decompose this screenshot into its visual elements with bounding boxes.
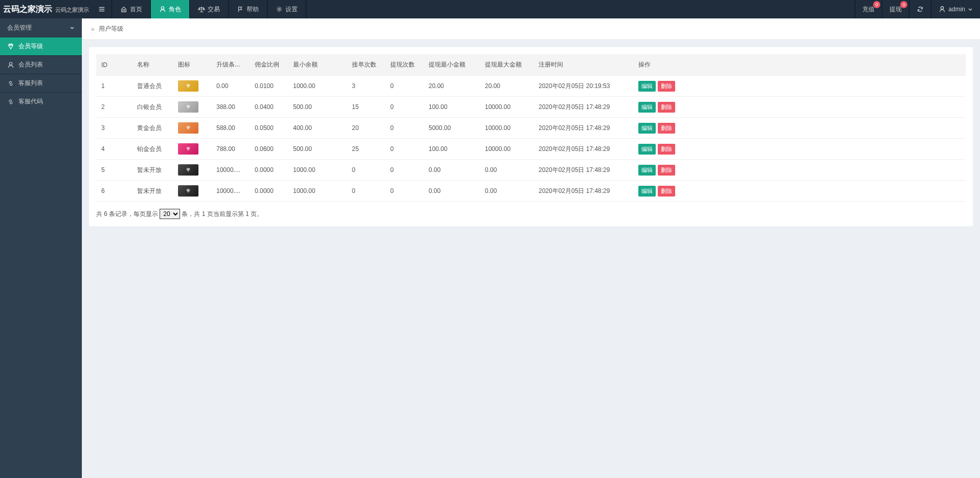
cell-orders: 3	[347, 76, 385, 97]
nav-item-scale[interactable]: 交易	[190, 0, 229, 18]
breadcrumb-icon: »	[91, 26, 95, 33]
cell-name: 白银会员	[132, 97, 173, 118]
flag-icon	[237, 6, 244, 13]
edit-button[interactable]: 编辑	[638, 81, 656, 92]
sidebar-item-2[interactable]: 客服列表	[0, 74, 82, 92]
withdraw-button[interactable]: 提现 0	[882, 0, 909, 18]
level-icon	[178, 80, 198, 92]
menu-icon	[98, 6, 105, 13]
cell-orders: 20	[347, 118, 385, 139]
th-withdrawmin[interactable]: 提现最小金额	[424, 54, 480, 76]
cell-withdrawmax: 0.00	[480, 160, 533, 181]
nav-item-user[interactable]: 角色	[151, 0, 190, 18]
pagination-info: 共 6 条记录，每页显示 20 条，共 1 页当前显示第 1 页。	[96, 209, 966, 219]
delete-button[interactable]: 删除	[658, 186, 675, 197]
sidebar-item-3[interactable]: 客服代码	[0, 92, 82, 111]
cell-icon	[173, 97, 211, 118]
cell-regtime: 2020年02月05日 17:48:29	[533, 160, 633, 181]
delete-button[interactable]: 删除	[658, 165, 675, 176]
delete-button[interactable]: 删除	[658, 123, 675, 134]
top-navbar: 云码之家演示 云码之家演示 首页角色交易帮助设置 充值 0 提现 0 admin	[0, 0, 980, 18]
brand-main: 云码之家演示	[3, 5, 52, 13]
svg-point-1	[279, 8, 281, 10]
sidebar-group-member[interactable]: 会员管理	[0, 18, 82, 37]
th-withdrawmax[interactable]: 提现最大金额	[480, 54, 533, 76]
th-name[interactable]: 名称	[132, 54, 173, 76]
cell-id: 3	[96, 118, 132, 139]
th-upgrade[interactable]: 升级条...	[211, 54, 250, 76]
delete-button[interactable]: 删除	[658, 81, 675, 92]
cell-withdrawcnt: 0	[385, 76, 424, 97]
user-menu[interactable]: admin	[931, 0, 980, 18]
cell-regtime: 2020年02月05日 17:48:29	[533, 181, 633, 202]
gear-icon	[276, 6, 283, 13]
brand-sub: 云码之家演示	[55, 7, 89, 13]
edit-button[interactable]: 编辑	[638, 123, 656, 134]
sidebar-item-1[interactable]: 会员列表	[0, 55, 82, 74]
cell-withdrawmax: 10000.00	[480, 139, 533, 160]
level-icon	[178, 101, 198, 113]
cell-ops: 编辑删除	[633, 139, 966, 160]
th-id[interactable]: ID	[96, 54, 132, 76]
edit-button[interactable]: 编辑	[638, 186, 656, 197]
th-orders[interactable]: 接单次数	[347, 54, 385, 76]
cell-withdrawcnt: 0	[385, 160, 424, 181]
nav-item-label: 交易	[208, 5, 220, 14]
delete-button[interactable]: 删除	[658, 102, 675, 113]
breadcrumb: » 用户等级	[82, 18, 980, 40]
cell-icon	[173, 181, 211, 202]
nav-item-label: 帮助	[247, 5, 259, 14]
level-icon	[178, 185, 198, 197]
pagesize-select[interactable]: 20	[160, 209, 180, 219]
delete-button[interactable]: 删除	[658, 144, 675, 155]
main-content: » 用户等级 ID名称图标升级条...佣金比例最小余额接单次数提现次数提现最小金…	[82, 18, 980, 233]
cell-upgrade: 588.00	[211, 118, 250, 139]
cell-id: 1	[96, 76, 132, 97]
th-regtime[interactable]: 注册时间	[533, 54, 633, 76]
recharge-badge: 0	[873, 1, 880, 8]
edit-button[interactable]: 编辑	[638, 102, 656, 113]
table-row: 1普通会员0.000.01001000.003020.0020.002020年0…	[96, 76, 966, 97]
th-ops[interactable]: 操作	[633, 54, 966, 76]
diamond-icon	[7, 43, 14, 50]
brand: 云码之家演示 云码之家演示	[0, 4, 92, 15]
th-minbal[interactable]: 最小余额	[288, 54, 347, 76]
table-row: 2白银会员388.000.0400500.00150100.0010000.00…	[96, 97, 966, 118]
recharge-button[interactable]: 充值 0	[855, 0, 882, 18]
home-icon	[120, 6, 127, 13]
chevron-down-icon	[70, 25, 75, 30]
cell-icon	[173, 160, 211, 181]
cell-commission: 0.0100	[250, 76, 288, 97]
nav-item-home[interactable]: 首页	[112, 0, 151, 18]
cell-upgrade: 10000....	[211, 181, 250, 202]
cell-icon	[173, 139, 211, 160]
nav-item-label: 设置	[285, 5, 298, 14]
cell-orders: 0	[347, 160, 385, 181]
withdraw-badge: 0	[900, 1, 907, 8]
nav-item-flag[interactable]: 帮助	[229, 0, 268, 18]
cell-orders: 25	[347, 139, 385, 160]
refresh-button[interactable]	[909, 0, 931, 18]
top-menu: 首页角色交易帮助设置	[112, 0, 306, 18]
user-icon	[7, 61, 14, 69]
level-table: ID名称图标升级条...佣金比例最小余额接单次数提现次数提现最小金额提现最大金额…	[96, 54, 966, 202]
nav-item-gear[interactable]: 设置	[268, 0, 306, 18]
breadcrumb-title: 用户等级	[99, 25, 123, 33]
svg-point-0	[162, 7, 164, 9]
sidebar-item-0[interactable]: 会员等级	[0, 37, 82, 55]
edit-button[interactable]: 编辑	[638, 165, 656, 176]
cell-withdrawmin: 20.00	[424, 76, 480, 97]
edit-button[interactable]: 编辑	[638, 144, 656, 155]
th-commission[interactable]: 佣金比例	[250, 54, 288, 76]
th-icon[interactable]: 图标	[173, 54, 211, 76]
sidebar-toggle-button[interactable]	[92, 0, 112, 18]
table-row: 4铂金会员788.000.0600500.00250100.0010000.00…	[96, 139, 966, 160]
th-withdrawcnt[interactable]: 提现次数	[385, 54, 424, 76]
sidebar-group-label: 会员管理	[7, 24, 32, 32]
refresh-icon	[917, 6, 924, 13]
cell-withdrawmin: 0.00	[424, 160, 480, 181]
cell-minbal: 500.00	[288, 97, 347, 118]
cell-minbal: 1000.00	[288, 76, 347, 97]
cell-name: 铂金会员	[132, 139, 173, 160]
cell-upgrade: 10000....	[211, 160, 250, 181]
